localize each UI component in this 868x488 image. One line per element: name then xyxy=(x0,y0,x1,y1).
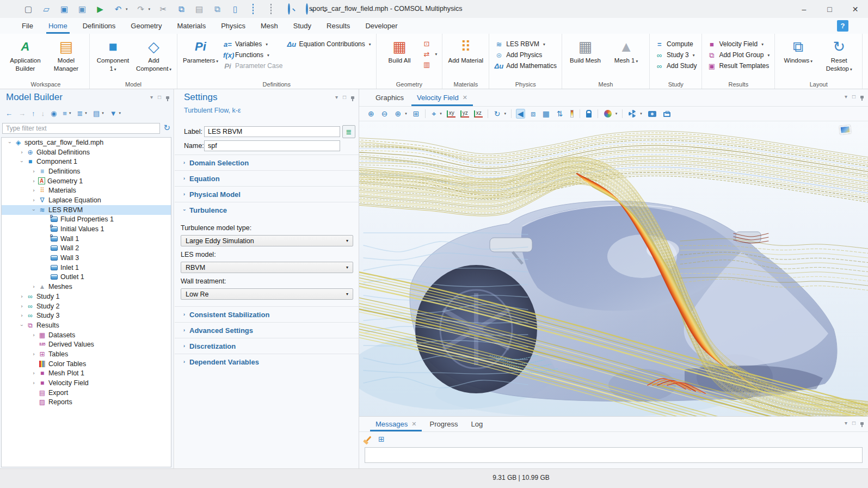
undo-icon[interactable]: ↶ xyxy=(113,5,123,14)
virtual-operations-button[interactable]: ▥ xyxy=(422,61,438,68)
reset-desktop-button[interactable]: ↻Reset Desktop▾ xyxy=(821,35,857,73)
tree-chevron-icon[interactable]: › xyxy=(30,351,38,357)
select-box-icon[interactable] xyxy=(248,5,258,14)
panel-pin-icon[interactable] xyxy=(351,96,354,99)
menu-tab-home[interactable]: Home xyxy=(41,18,75,34)
zoom-in-icon[interactable]: ⊕ xyxy=(367,109,375,118)
move-down-icon[interactable]: ↓ xyxy=(41,110,45,117)
application-builder-button[interactable]: AApplication Builder xyxy=(7,35,44,73)
run-icon[interactable]: ▶ xyxy=(95,5,105,14)
tree-item-tables[interactable]: ›⊞Tables xyxy=(2,349,171,359)
dropdown-caret-icon[interactable]: ▾ xyxy=(102,111,104,115)
tree-item-velocity-field[interactable]: ›■Velocity Field xyxy=(2,378,171,388)
wall-treatment-select[interactable]: Low Re▾ xyxy=(181,288,353,300)
add-material-button[interactable]: ⠿Add Material xyxy=(447,35,484,65)
component-1-button[interactable]: ■Component 1▾ xyxy=(95,35,131,73)
build-mesh-button[interactable]: ▦Build Mesh xyxy=(567,35,604,65)
tree-item-sports-car-flow-field-mph[interactable]: ›◈sports_car_flow_field.mph xyxy=(2,138,171,147)
functions-button[interactable]: f(x)Functions▾ xyxy=(223,51,282,59)
tree-chevron-icon[interactable]: › xyxy=(19,322,24,329)
name-field[interactable] xyxy=(204,140,340,151)
mesh-1-button[interactable]: ▲Mesh 1▾ xyxy=(608,35,644,65)
dropdown-caret-icon[interactable]: ▾ xyxy=(119,111,121,115)
cut-icon[interactable]: ✂ xyxy=(158,5,168,14)
equation-contributions-button[interactable]: ΔuEquation Contributions▾ xyxy=(287,40,371,48)
default-view-icon[interactable]: ◀ xyxy=(516,109,525,118)
panel-float-icon[interactable]: □ xyxy=(852,421,855,426)
les-rbvm-button[interactable]: ≋LES RBVM▾ xyxy=(494,40,557,48)
tree-chevron-icon[interactable]: › xyxy=(18,304,26,309)
panel-menu-icon[interactable]: ▾ xyxy=(150,95,153,100)
tree-chevron-icon[interactable]: › xyxy=(19,158,24,165)
dropdown-caret-icon[interactable]: ▾ xyxy=(149,7,151,11)
transparency-icon[interactable]: ⧈ xyxy=(530,109,537,118)
dropdown-caret-icon[interactable]: ▾ xyxy=(126,7,128,11)
plot-thumbnail-icon[interactable] xyxy=(839,125,851,134)
filter-input[interactable] xyxy=(2,123,160,134)
panel-pin-icon[interactable] xyxy=(860,422,864,425)
plot-symbols-icon[interactable]: ⇅ xyxy=(556,109,564,118)
menu-tab-developer[interactable]: Developer xyxy=(358,18,405,34)
tree-item-derived-values[interactable]: 8.85Derived Values xyxy=(2,339,171,349)
open-message-window-icon[interactable]: ⊞ xyxy=(377,435,386,443)
open-file-icon[interactable]: ▱ xyxy=(41,5,51,14)
compute-button[interactable]: =Compute xyxy=(655,40,697,48)
velocity-field-button[interactable]: ■Velocity Field▾ xyxy=(707,40,769,48)
save-icon[interactable]: ▣ xyxy=(59,5,69,14)
clear-messages-icon[interactable] xyxy=(367,435,371,442)
maximize-button[interactable]: □ xyxy=(817,0,842,18)
rebuild-button[interactable]: ⇄▾ xyxy=(422,51,438,58)
tab-log[interactable]: Log xyxy=(465,417,490,431)
tree-chevron-icon[interactable]: › xyxy=(30,380,38,386)
panel-menu-icon[interactable]: ▾ xyxy=(845,94,847,100)
section-consistent-stabilization[interactable]: ›Consistent Stabilization xyxy=(175,306,359,322)
zoom-out-icon[interactable]: ⊖ xyxy=(380,109,389,118)
tree-item-inlet-1[interactable]: Inlet 1 xyxy=(2,263,171,273)
section-physical-model[interactable]: ›Physical Model xyxy=(175,186,359,202)
find-icon[interactable] xyxy=(284,5,294,14)
tab-velocity-field[interactable]: Velocity Field✕ xyxy=(410,89,474,106)
tree-item-study-3[interactable]: ›∞Study 3 xyxy=(2,311,171,320)
turbulence-model-type-select[interactable]: Large Eddy Simulation▾ xyxy=(181,235,353,246)
tree-item-outlet-1[interactable]: Outlet 1 xyxy=(2,273,171,282)
tree-item-wall-1[interactable]: DWall 1 xyxy=(2,234,171,244)
tree-item-materials[interactable]: ›⠿Materials xyxy=(2,186,171,195)
menu-tab-definitions[interactable]: Definitions xyxy=(75,18,124,34)
section-equation[interactable]: ›Equation xyxy=(175,170,359,186)
dropdown-caret-icon[interactable]: ▾ xyxy=(504,112,507,116)
tree-item-mesh-plot-1[interactable]: ›■Mesh Plot 1 xyxy=(2,369,171,379)
filter-icon[interactable]: ▼ xyxy=(110,110,117,117)
deselect-box-icon[interactable] xyxy=(266,5,276,14)
panel-menu-icon[interactable]: ▾ xyxy=(335,95,338,100)
tree-item-les-rbvm[interactable]: ›≋LES RBVM xyxy=(2,205,171,215)
close-tab-icon[interactable]: ✕ xyxy=(463,94,467,101)
add-mathematics-button[interactable]: ΔuAdd Mathematics xyxy=(494,62,557,70)
tree-item-initial-values-1[interactable]: DInitial Values 1 xyxy=(2,224,171,234)
tree-item-component-1[interactable]: ›■Component 1 xyxy=(2,157,171,166)
dropdown-caret-icon[interactable]: ▾ xyxy=(640,112,642,116)
lock-view-icon[interactable] xyxy=(585,110,593,118)
tab-graphics[interactable]: Graphics xyxy=(369,89,410,106)
tree-chevron-icon[interactable]: › xyxy=(7,139,13,146)
insert-sequence-button[interactable]: ⊡ xyxy=(422,40,438,47)
zoom-box-icon[interactable]: ⊕ xyxy=(393,109,402,118)
view-yz-icon[interactable]: yz xyxy=(460,110,469,118)
save-as-icon[interactable]: ▣ xyxy=(77,5,87,14)
paste-special-icon[interactable]: ⧉ xyxy=(212,5,222,14)
menu-tab-study[interactable]: Study xyxy=(286,18,319,34)
expand-all-icon[interactable]: ≣ xyxy=(77,110,83,117)
panel-menu-icon[interactable]: ▾ xyxy=(845,421,847,426)
tree-chevron-icon[interactable]: › xyxy=(31,206,36,214)
tree-chevron-icon[interactable]: › xyxy=(30,284,38,289)
dropdown-caret-icon[interactable]: ▾ xyxy=(615,112,618,116)
result-templates-button[interactable]: ▣Result Templates xyxy=(707,62,769,70)
close-tab-icon[interactable]: ✕ xyxy=(411,421,416,428)
parameters-button[interactable]: PiParameters▾ xyxy=(182,35,219,65)
menu-tab-geometry[interactable]: Geometry xyxy=(123,18,169,34)
tab-progress[interactable]: Progress xyxy=(423,417,464,431)
print-icon[interactable] xyxy=(662,110,672,118)
windows-button[interactable]: ⧉Windows▾ xyxy=(780,35,816,65)
menu-tab-mesh[interactable]: Mesh xyxy=(253,18,286,34)
tree-item-global-definitions[interactable]: ›⊕Global Definitions xyxy=(2,147,171,157)
menu-tab-physics[interactable]: Physics xyxy=(213,18,253,34)
